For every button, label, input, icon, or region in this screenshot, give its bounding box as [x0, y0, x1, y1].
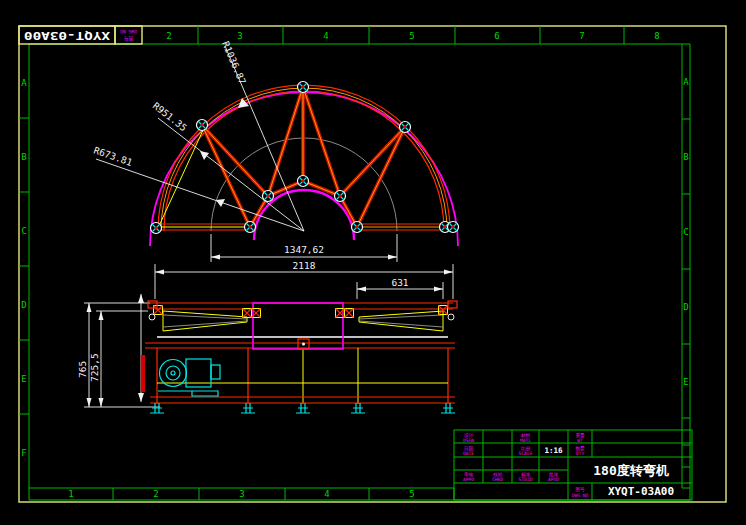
roller-node — [245, 222, 256, 233]
conveyor-frame — [145, 303, 455, 404]
stamp-date-en: DATE — [463, 451, 474, 456]
stamp-appd: 审核 APPD — [463, 472, 474, 482]
motor — [158, 359, 220, 396]
stamp-wt-en: WT — [577, 438, 583, 443]
center-drive-section — [253, 303, 343, 349]
stamp-scale: 比例 SCALE — [519, 446, 533, 456]
plan-view-curve-conveyor: R1036.87 R951.35 R673.81 1347,62 — [92, 39, 458, 262]
stamp-appd-en: APPD — [463, 477, 474, 482]
roller-node — [352, 222, 363, 233]
corner-stamp-en: DWG NO — [120, 29, 137, 34]
dim-height-inner-text: 725,5 — [89, 353, 100, 382]
zone-top-3: 3 — [237, 31, 242, 41]
zone-top-4: 4 — [323, 31, 328, 41]
dim-diameter: 1347,62 — [211, 234, 397, 262]
cad-drawing-viewport[interactable]: 2 3 4 5 6 7 8 1 2 3 4 5 A B C D E F A B … — [0, 0, 746, 525]
side-view-elevation: 2118 631 765 725,5 — [77, 260, 457, 413]
stamp-matl: 材料 MATL — [520, 433, 531, 443]
sheet-border — [19, 26, 726, 502]
roller-node — [400, 122, 411, 133]
roller-node — [151, 223, 162, 234]
stamp-matl-en: MATL — [520, 438, 531, 443]
stamp-chkd: 校对 CHKD — [492, 472, 503, 482]
dim-height-outer-text: 765 — [77, 361, 88, 378]
stamp-qty-en: QTY — [576, 451, 585, 456]
dim-diameter-text: 1347,62 — [284, 244, 324, 255]
stamp-stdzd-en: STDZD — [519, 477, 533, 482]
zone-left-a: A — [21, 78, 27, 88]
zone-top-7: 7 — [579, 31, 584, 41]
zone-bottom-4: 4 — [324, 489, 329, 499]
radius-label-outer: R1036.87 — [220, 39, 248, 85]
zone-left-b: B — [21, 152, 26, 162]
zone-bottom-1: 1 — [68, 489, 73, 499]
stamp-chkd-en: CHKD — [492, 477, 503, 482]
stamp-qty: 数量 QTY — [575, 446, 585, 456]
zone-right-a: A — [683, 77, 689, 87]
stamp-stdzd: 标准 STDZD — [519, 472, 533, 482]
radius-label-mid: R951.35 — [151, 100, 189, 133]
drawing-title: 180度转弯机 — [593, 463, 669, 478]
tension-device — [138, 294, 145, 402]
stamp-apvd: 批准 APVD — [548, 472, 559, 482]
scale-value: 1:16 — [544, 446, 563, 455]
title-block: 设计 DSGN 材料 MATL 重量 WT 日期 DATE 比例 SCALE 1… — [454, 430, 692, 500]
zone-top-5: 5 — [409, 31, 414, 41]
zone-right-e: E — [683, 377, 688, 387]
drawing-sheet: 2 3 4 5 6 7 8 1 2 3 4 5 A B C D E F A B … — [0, 0, 746, 525]
zone-right-d: D — [683, 302, 688, 312]
stamp-date: 日期 DATE — [463, 446, 474, 456]
corner-stamp-cn: 图号 — [124, 35, 134, 41]
zone-bottom-2: 2 — [153, 489, 158, 499]
zone-right-c: C — [683, 227, 688, 237]
zone-left-e: E — [21, 374, 26, 384]
roller-node — [197, 120, 208, 131]
zone-left-f: F — [21, 448, 26, 458]
stamp-dsgn: 设计 DSGN — [463, 432, 474, 443]
dim-total-width-text: 2118 — [293, 260, 316, 271]
roller-node — [335, 191, 346, 202]
stamp-scale-en: SCALE — [519, 451, 533, 456]
bearing-blocks — [148, 301, 457, 320]
dim-heights: 765 725,5 — [77, 303, 160, 407]
zone-left-c: C — [21, 226, 26, 236]
stamp-wt: 重量 WT — [575, 432, 585, 443]
left-zone-ticks — [19, 118, 29, 414]
zone-bottom-3: 3 — [239, 489, 244, 499]
zone-top-8: 8 — [654, 31, 659, 41]
dim-right-section: 631 — [357, 277, 443, 299]
tapered-rollers — [163, 311, 443, 331]
outer-border — [19, 26, 726, 502]
zone-top-2: 2 — [166, 31, 171, 41]
corner-title-box: XYQT-03A00 图号 DWG NO — [19, 26, 142, 44]
ground-anchors — [150, 403, 455, 413]
drive-belt — [141, 355, 145, 392]
roller-node — [298, 82, 309, 93]
zone-left-d: D — [21, 300, 26, 310]
zone-bottom-5: 5 — [409, 489, 414, 499]
stamp-apvd-en: APVD — [548, 477, 559, 482]
corner-dwgno-stamp: 图号 DWG NO — [120, 29, 137, 41]
drawing-number: XYQT-03A00 — [608, 485, 674, 498]
roller-node — [298, 176, 309, 187]
roller-node — [448, 222, 459, 233]
dim-right-section-text: 631 — [391, 277, 408, 288]
leader-arrow-mid — [200, 151, 209, 160]
zone-top-6: 6 — [494, 31, 499, 41]
stamp-dsgn-en: DSGN — [463, 438, 474, 443]
corner-drawing-number: XYQT-03A00 — [24, 29, 110, 42]
zone-right-b: B — [683, 152, 688, 162]
stamp-dwgno-en: DWG NO — [572, 493, 589, 498]
stamp-dwgno: 图号 DWG NO — [572, 487, 589, 498]
